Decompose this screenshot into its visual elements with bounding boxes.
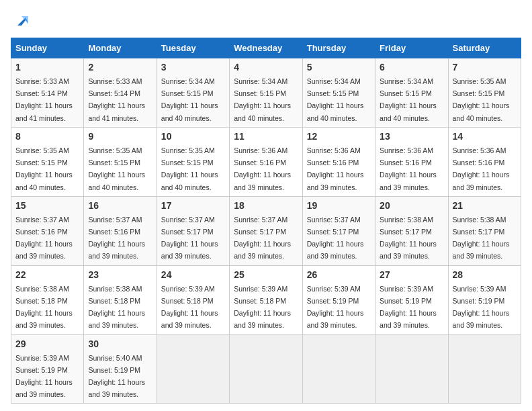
calendar-cell: 28 Sunrise: 5:39 AMSunset: 5:19 PMDaylig… — [448, 265, 521, 334]
calendar-cell — [302, 334, 375, 404]
calendar-cell — [375, 334, 448, 404]
day-info: Sunrise: 5:33 AMSunset: 5:14 PMDaylight:… — [15, 77, 73, 122]
day-number: 28 — [453, 269, 517, 280]
day-number: 3 — [161, 62, 225, 73]
day-number: 18 — [234, 200, 298, 211]
calendar-cell: 26 Sunrise: 5:39 AMSunset: 5:19 PMDaylig… — [302, 265, 375, 334]
calendar-cell: 7 Sunrise: 5:35 AMSunset: 5:15 PMDayligh… — [448, 58, 521, 128]
day-info: Sunrise: 5:35 AMSunset: 5:15 PMDaylight:… — [15, 146, 73, 191]
day-number: 1 — [15, 62, 79, 73]
day-info: Sunrise: 5:37 AMSunset: 5:16 PMDaylight:… — [15, 216, 73, 261]
day-info: Sunrise: 5:36 AMSunset: 5:16 PMDaylight:… — [453, 146, 510, 191]
day-info: Sunrise: 5:36 AMSunset: 5:16 PMDaylight:… — [307, 146, 364, 191]
calendar-header-row: SundayMondayTuesdayWednesdayThursdayFrid… — [11, 38, 521, 58]
day-number: 7 — [453, 62, 517, 73]
day-header-saturday: Saturday — [448, 38, 521, 58]
day-number: 10 — [161, 131, 225, 142]
day-info: Sunrise: 5:35 AMSunset: 5:15 PMDaylight:… — [161, 146, 218, 191]
page-header — [11, 11, 521, 30]
day-header-friday: Friday — [375, 38, 448, 58]
calendar-cell — [230, 334, 302, 404]
calendar-cell: 15 Sunrise: 5:37 AMSunset: 5:16 PMDaylig… — [11, 196, 84, 265]
day-info: Sunrise: 5:38 AMSunset: 5:17 PMDaylight:… — [380, 216, 437, 261]
day-number: 23 — [88, 269, 152, 280]
calendar-cell: 23 Sunrise: 5:38 AMSunset: 5:18 PMDaylig… — [84, 265, 157, 334]
day-info: Sunrise: 5:38 AMSunset: 5:17 PMDaylight:… — [453, 216, 510, 261]
day-number: 12 — [307, 131, 371, 142]
day-info: Sunrise: 5:37 AMSunset: 5:16 PMDaylight:… — [88, 216, 145, 261]
day-info: Sunrise: 5:34 AMSunset: 5:15 PMDaylight:… — [307, 77, 364, 122]
calendar-week-2: 8 Sunrise: 5:35 AMSunset: 5:15 PMDayligh… — [11, 127, 521, 196]
day-number: 11 — [234, 131, 298, 142]
day-number: 20 — [380, 200, 443, 211]
calendar-cell: 17 Sunrise: 5:37 AMSunset: 5:17 PMDaylig… — [157, 196, 229, 265]
day-number: 24 — [161, 269, 225, 280]
calendar-cell: 20 Sunrise: 5:38 AMSunset: 5:17 PMDaylig… — [375, 196, 448, 265]
day-number: 6 — [380, 62, 443, 73]
day-info: Sunrise: 5:39 AMSunset: 5:19 PMDaylight:… — [307, 285, 364, 330]
calendar-cell — [157, 334, 229, 404]
logo — [11, 11, 31, 30]
calendar-cell: 2 Sunrise: 5:33 AMSunset: 5:14 PMDayligh… — [84, 58, 157, 128]
calendar-cell: 14 Sunrise: 5:36 AMSunset: 5:16 PMDaylig… — [448, 127, 521, 196]
day-info: Sunrise: 5:39 AMSunset: 5:19 PMDaylight:… — [15, 354, 73, 399]
day-number: 4 — [234, 62, 298, 73]
day-number: 26 — [307, 269, 371, 280]
calendar-cell: 5 Sunrise: 5:34 AMSunset: 5:15 PMDayligh… — [302, 58, 375, 128]
calendar-cell: 8 Sunrise: 5:35 AMSunset: 5:15 PMDayligh… — [11, 127, 84, 196]
calendar-cell — [448, 334, 521, 404]
day-info: Sunrise: 5:33 AMSunset: 5:14 PMDaylight:… — [88, 77, 145, 122]
day-info: Sunrise: 5:34 AMSunset: 5:15 PMDaylight:… — [161, 77, 218, 122]
calendar-cell: 22 Sunrise: 5:38 AMSunset: 5:18 PMDaylig… — [11, 265, 84, 334]
calendar-week-5: 29 Sunrise: 5:39 AMSunset: 5:19 PMDaylig… — [11, 334, 521, 404]
day-number: 16 — [88, 200, 152, 211]
day-number: 9 — [88, 131, 152, 142]
day-header-wednesday: Wednesday — [230, 38, 302, 58]
day-header-monday: Monday — [84, 38, 157, 58]
calendar-cell: 25 Sunrise: 5:39 AMSunset: 5:18 PMDaylig… — [230, 265, 302, 334]
day-info: Sunrise: 5:35 AMSunset: 5:15 PMDaylight:… — [88, 146, 145, 191]
day-number: 25 — [234, 269, 298, 280]
day-info: Sunrise: 5:34 AMSunset: 5:15 PMDaylight:… — [380, 77, 437, 122]
day-number: 29 — [15, 338, 79, 349]
day-info: Sunrise: 5:36 AMSunset: 5:16 PMDaylight:… — [234, 146, 291, 191]
calendar-cell: 27 Sunrise: 5:39 AMSunset: 5:19 PMDaylig… — [375, 265, 448, 334]
day-info: Sunrise: 5:39 AMSunset: 5:18 PMDaylight:… — [161, 285, 218, 330]
day-header-tuesday: Tuesday — [157, 38, 229, 58]
day-info: Sunrise: 5:37 AMSunset: 5:17 PMDaylight:… — [307, 216, 364, 261]
day-number: 15 — [15, 200, 79, 211]
day-info: Sunrise: 5:38 AMSunset: 5:18 PMDaylight:… — [15, 285, 73, 330]
day-number: 2 — [88, 62, 152, 73]
day-info: Sunrise: 5:35 AMSunset: 5:15 PMDaylight:… — [453, 77, 510, 122]
calendar-cell: 10 Sunrise: 5:35 AMSunset: 5:15 PMDaylig… — [157, 127, 229, 196]
calendar-cell: 21 Sunrise: 5:38 AMSunset: 5:17 PMDaylig… — [448, 196, 521, 265]
calendar-cell: 29 Sunrise: 5:39 AMSunset: 5:19 PMDaylig… — [11, 334, 84, 404]
day-info: Sunrise: 5:40 AMSunset: 5:19 PMDaylight:… — [88, 354, 145, 399]
day-number: 30 — [88, 338, 152, 349]
day-info: Sunrise: 5:39 AMSunset: 5:18 PMDaylight:… — [234, 285, 291, 330]
day-info: Sunrise: 5:36 AMSunset: 5:16 PMDaylight:… — [380, 146, 437, 191]
day-header-sunday: Sunday — [11, 38, 84, 58]
calendar-week-3: 15 Sunrise: 5:37 AMSunset: 5:16 PMDaylig… — [11, 196, 521, 265]
day-info: Sunrise: 5:39 AMSunset: 5:19 PMDaylight:… — [453, 285, 510, 330]
day-info: Sunrise: 5:37 AMSunset: 5:17 PMDaylight:… — [234, 216, 291, 261]
calendar-cell: 18 Sunrise: 5:37 AMSunset: 5:17 PMDaylig… — [230, 196, 302, 265]
calendar-cell: 9 Sunrise: 5:35 AMSunset: 5:15 PMDayligh… — [84, 127, 157, 196]
day-number: 21 — [453, 200, 517, 211]
day-number: 14 — [453, 131, 517, 142]
calendar-week-4: 22 Sunrise: 5:38 AMSunset: 5:18 PMDaylig… — [11, 265, 521, 334]
day-number: 17 — [161, 200, 225, 211]
calendar-cell: 16 Sunrise: 5:37 AMSunset: 5:16 PMDaylig… — [84, 196, 157, 265]
calendar-cell: 19 Sunrise: 5:37 AMSunset: 5:17 PMDaylig… — [302, 196, 375, 265]
day-number: 13 — [380, 131, 443, 142]
logo-icon — [12, 11, 31, 30]
day-number: 22 — [15, 269, 79, 280]
calendar-cell: 13 Sunrise: 5:36 AMSunset: 5:16 PMDaylig… — [375, 127, 448, 196]
calendar-cell: 30 Sunrise: 5:40 AMSunset: 5:19 PMDaylig… — [84, 334, 157, 404]
calendar-cell: 12 Sunrise: 5:36 AMSunset: 5:16 PMDaylig… — [302, 127, 375, 196]
day-number: 5 — [307, 62, 371, 73]
calendar-cell: 3 Sunrise: 5:34 AMSunset: 5:15 PMDayligh… — [157, 58, 229, 128]
day-number: 8 — [15, 131, 79, 142]
day-info: Sunrise: 5:34 AMSunset: 5:15 PMDaylight:… — [234, 77, 291, 122]
calendar-cell: 1 Sunrise: 5:33 AMSunset: 5:14 PMDayligh… — [11, 58, 84, 128]
